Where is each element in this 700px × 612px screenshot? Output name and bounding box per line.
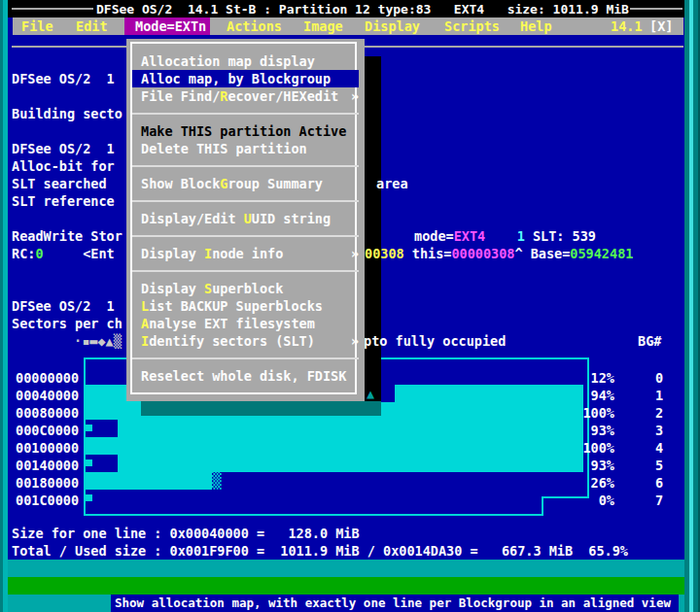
log-text-run-6: SLT reference [12,192,115,210]
dropdown-item-4[interactable]: Make THIS partition Active [132,122,359,140]
dropdown-item-15[interactable]: Analyse EXT filesystem [132,315,359,332]
bar-row-address: 00040000 [16,387,79,404]
dropdown-item-14[interactable]: List BACKUP Superblocks [132,297,359,315]
menu-separator [132,165,359,167]
alloc-bar-segment [86,437,583,455]
title-rule-left [12,8,93,10]
submenu-arrow-icon: » [351,245,359,262]
bar-row-bg-number: 5 [655,457,663,474]
menu-item-actions[interactable]: Actions [227,17,282,35]
bar-row-address: 000C0000 [16,422,79,439]
log-text-run-13: ·▪▬◆▲▒ [74,332,122,350]
menu-separator [132,270,359,272]
menu-separator [132,357,359,359]
chart-border-bottom [84,514,543,516]
bar-row-bg-number: 7 [655,492,663,509]
chart-border-left [84,357,86,516]
help-hint-box: Show allocation map, with exactly one li… [111,595,679,612]
bar-row-percent: 26% [544,474,614,492]
log-text-run-14: pto fully occupied [364,332,506,350]
log-text-run-11: DFSee OS/2 1 [12,297,115,315]
bar-row-address: 00140000 [16,457,79,474]
chart-border-notch-v [542,496,543,516]
edge-border-left-inner [3,0,8,612]
status-bar: ─Line 1817 of 1822─ Ctrl+arrows/PgUp/PgD… [8,560,684,577]
bar-row-percent: 100% [544,404,614,422]
menu-item-mode-extn[interactable]: Mode=EXTn [135,17,206,35]
menu-separator [132,200,359,202]
title-bar: DFSee OS/2 14.1 St-B : Partition 12 type… [0,0,700,17]
dropdown-item-9[interactable]: Display/Edit UUID string [132,210,359,227]
menu-shadow-bottom [141,401,381,416]
bar-row-bg-number: 0 [655,369,663,387]
log-text-run-15: BG# [638,332,661,350]
log-text-run-10: 00308 this=00000308^ Base=05942481 [365,245,633,262]
help-hint-text: Show allocation map, with exactly one li… [115,595,671,612]
bar-row-address: 00080000 [16,404,79,422]
alloc-marker-square [86,459,92,466]
log-text-run-4: SLT searched [12,175,107,192]
alloc-bar-segment [118,455,583,472]
menu-item-file[interactable]: File [21,17,53,35]
log-text-run-7: ReadWrite Stor [12,227,122,245]
log-text-run-2: DFSee OS/2 1 [12,140,115,157]
alloc-bar-segment [118,420,583,437]
alloc-marker-square [86,494,92,501]
dropdown-item-5[interactable]: Delete THIS partition [132,140,359,157]
dropdown-item-11[interactable]: Display Inode info» [132,245,359,262]
alloc-marker-square [86,425,92,431]
menu-bar: FileEditMode=EXTnActionsImageDisplayScri… [13,17,683,35]
dfsee-app-window: DFSee OS/2 14.1 St-B : Partition 12 type… [0,0,700,612]
menu-item-edit[interactable]: Edit [76,17,108,35]
window-title: DFSee OS/2 14.1 St-B : Partition 12 type… [96,1,629,18]
bar-row-bg-number: 4 [655,439,663,457]
version-label: 14.1 [611,17,643,35]
bar-row-percent: 0% [544,492,614,509]
log-text-run-8: mode=EXT4 1 SLT: 539 [414,227,596,245]
close-button[interactable]: [X] [649,17,673,35]
bar-row-bg-number: 6 [655,474,663,492]
log-text-run-3: Alloc-bit for [12,157,115,175]
bar-row-bg-number: 3 [655,422,663,439]
log-text-run-12: Sectors per ch [12,315,122,332]
alloc-dither-cell: ▒ [212,472,222,490]
bar-row-percent: 93% [544,457,614,474]
menu-item-display[interactable]: Display [365,17,420,35]
density-triangle-icon: ▲ [367,385,374,402]
menu-item-image[interactable]: Image [303,17,343,35]
dropdown-item-13[interactable]: Display Superblock [132,280,359,297]
alloc-bar-segment [86,472,212,490]
bar-row-percent: 93% [544,422,614,439]
size-per-line-text: Size for one line : 0x00040000 = 128.0 M… [12,525,360,542]
bar-row-bg-number: 2 [655,404,663,422]
menu-item-scripts[interactable]: Scripts [444,17,500,35]
menu-separator [132,235,359,237]
bar-row-address: 00000000 [16,369,79,387]
bar-row-address: 001C0000 [16,492,79,509]
bar-row-bg-number: 1 [655,387,663,404]
green-separator-band [8,577,692,595]
bar-row-percent: 12% [544,369,614,387]
log-text-run-9: RC:0 <Ent [12,245,115,262]
dropdown-item-16[interactable]: Identify sectors (SLT)» [132,332,359,350]
total-used-size-text: Total / Used size : 0x001F9F00 = 1011.9 … [12,542,628,560]
bar-row-address: 00180000 [16,474,79,492]
bar-row-percent: 100% [544,439,614,457]
title-rule-right [630,8,682,10]
bar-row-percent: 94% [544,387,614,404]
submenu-arrow-icon: » [351,332,359,350]
log-text-run-5: area [376,175,408,192]
bottom-help-row: Show allocation map, with exactly one li… [0,595,700,612]
dropdown-item-7[interactable]: Show BlockGroup Summary [132,175,359,192]
menu-item-help[interactable]: Help [520,17,552,35]
dropdown-item-18[interactable]: Reselect whole disk, FDISK [132,367,359,385]
bar-row-address: 00100000 [16,439,79,457]
